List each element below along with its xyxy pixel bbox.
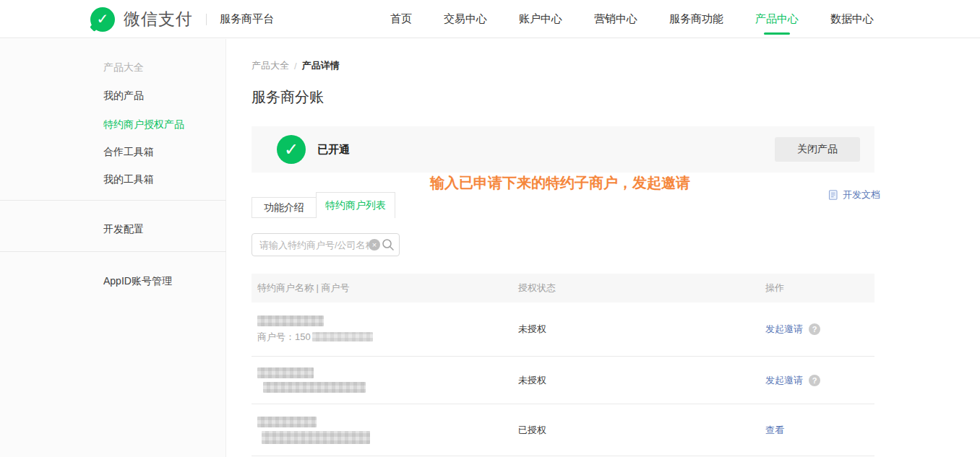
nav-item-trade-center[interactable]: 交易中心 — [444, 0, 487, 38]
logo-text: 微信支付 — [124, 8, 193, 30]
merchant-search: × — [252, 233, 400, 256]
nav-item-account-center[interactable]: 账户中心 — [519, 0, 562, 38]
sidebar-item-all-products[interactable]: 产品大全 — [103, 62, 225, 72]
close-product-button[interactable]: 关闭产品 — [775, 137, 860, 162]
sidebar-item-authorized-products[interactable]: 特约商户授权产品 — [103, 119, 225, 129]
auth-status: 未授权 — [518, 323, 765, 336]
merchant-table: 特约商户名称 | 商户号 授权状态 操作 商户号：150 未授权 发起邀请 — [252, 274, 874, 456]
main-panel: 产品大全 / 产品详情 服务商分账 ✓ 已开通 关闭产品 功能介绍 特约商户列表… — [226, 39, 980, 457]
logo-check-glyph: ✓ — [97, 12, 109, 26]
nav-item-product-center[interactable]: 产品中心 — [755, 0, 799, 38]
breadcrumb-parent[interactable]: 产品大全 — [252, 59, 289, 72]
invite-link[interactable]: 发起邀请 — [765, 374, 803, 387]
sidebar-item-cooperation-toolbox[interactable]: 合作工具箱 — [103, 147, 225, 157]
clear-icon[interactable]: × — [369, 239, 380, 251]
redacted-merchant-no — [263, 382, 366, 393]
column-merchant-name: 特约商户名称 | 商户号 — [252, 282, 518, 295]
logo-divider — [206, 14, 207, 25]
annotation-note: 输入已申请下来的特约子商户，发起邀请 — [430, 173, 690, 193]
top-bar: ✓ 微信支付 服务商平台 首页 交易中心 账户中心 营销中心 服务商功能 产品中… — [0, 0, 980, 38]
nav-item-data-center[interactable]: 数据中心 — [830, 0, 874, 38]
nav-item-provider-features[interactable]: 服务商功能 — [669, 0, 723, 38]
breadcrumb-divider: / — [294, 61, 297, 71]
sidebar-item-dev-config[interactable]: 开发配置 — [103, 224, 225, 234]
redacted-merchant-no — [312, 332, 373, 341]
merchant-no-text: 商户号：150 — [257, 331, 311, 344]
status-text: 已开通 — [317, 143, 350, 157]
table-row: 商户号：150 未授权 发起邀请 ? — [252, 303, 874, 357]
sidebar-item-my-products[interactable]: 我的产品 — [103, 90, 225, 100]
sidebar-divider — [0, 200, 226, 201]
redacted-merchant-name — [257, 417, 317, 427]
wechat-pay-logo-icon: ✓ — [90, 7, 115, 32]
breadcrumb-current: 产品详情 — [302, 59, 340, 72]
sidebar-item-my-toolbox[interactable]: 我的工具箱 — [103, 174, 225, 184]
page-title: 服务商分账 — [252, 90, 874, 104]
auth-status: 已授权 — [518, 424, 765, 437]
status-panel: ✓ 已开通 关闭产品 — [252, 126, 874, 173]
invite-link[interactable]: 发起邀请 — [765, 323, 803, 336]
breadcrumb: 产品大全 / 产品详情 — [252, 59, 874, 72]
tab-merchant-list[interactable]: 特约商户列表 — [316, 192, 395, 218]
table-row: 已授权 查看 — [252, 404, 874, 456]
sidebar-divider — [0, 251, 226, 252]
table-row: 未授权 发起邀请 ? — [252, 357, 874, 404]
column-actions: 操作 — [765, 282, 874, 295]
redacted-merchant-name — [257, 367, 314, 378]
wechat-pay-logo[interactable]: ✓ 微信支付 服务商平台 — [90, 0, 274, 38]
nav-item-home[interactable]: 首页 — [390, 0, 412, 38]
help-icon[interactable]: ? — [809, 375, 820, 386]
redacted-merchant-name — [257, 315, 324, 326]
help-icon[interactable]: ? — [809, 323, 820, 335]
sidebar: 产品大全 我的产品 特约商户授权产品 合作工具箱 我的工具箱 开发配置 AppI… — [0, 39, 226, 457]
column-auth-status: 授权状态 — [518, 282, 765, 295]
auth-status: 未授权 — [518, 374, 765, 387]
view-link[interactable]: 查看 — [765, 424, 784, 437]
dev-docs-link[interactable]: 开发文档 — [828, 188, 880, 201]
table-header: 特约商户名称 | 商户号 授权状态 操作 — [252, 274, 874, 303]
dev-docs-label: 开发文档 — [843, 188, 880, 201]
check-glyph: ✓ — [284, 141, 298, 158]
tab-strip: 功能介绍 特约商户列表 — [252, 192, 874, 218]
top-nav: 首页 交易中心 账户中心 营销中心 服务商功能 产品中心 数据中心 — [390, 0, 874, 38]
success-check-icon: ✓ — [277, 135, 306, 164]
portal-label: 服务商平台 — [220, 12, 274, 26]
merchant-no-line: 商户号：150 — [257, 331, 518, 344]
redacted-merchant-no — [262, 431, 370, 444]
tab-feature-intro[interactable]: 功能介绍 — [252, 197, 317, 218]
document-icon — [828, 190, 838, 200]
search-icon[interactable] — [382, 238, 395, 251]
nav-item-marketing-center[interactable]: 营销中心 — [594, 0, 637, 38]
page: ✓ 微信支付 服务商平台 首页 交易中心 账户中心 营销中心 服务商功能 产品中… — [0, 0, 980, 457]
sidebar-item-appid-management[interactable]: AppID账号管理 — [103, 276, 225, 286]
